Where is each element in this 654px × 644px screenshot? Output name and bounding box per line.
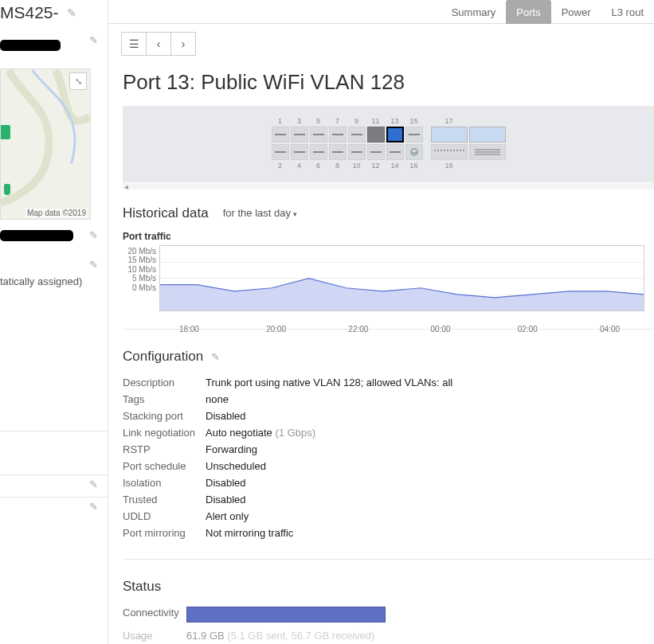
pencil-icon[interactable]: ✎ xyxy=(67,6,76,19)
x-tick: 00:00 xyxy=(431,325,451,334)
config-value: Auto negotiate (1 Gbps) xyxy=(206,427,315,439)
port-13[interactable] xyxy=(386,127,404,142)
pencil-icon[interactable]: ✎ xyxy=(89,478,98,490)
port-6[interactable] xyxy=(310,144,327,160)
status-key-connectivity: Connectivity xyxy=(123,607,186,625)
tab-power[interactable]: Power xyxy=(551,0,601,24)
port-11[interactable] xyxy=(367,127,385,142)
port-number: 4 xyxy=(291,162,308,170)
page-title: Port 13: Public WiFi VLAN 128 xyxy=(123,70,654,95)
port-uplink-a[interactable] xyxy=(469,127,506,142)
y-tick: 5 Mb/s xyxy=(132,274,156,283)
redacted-text xyxy=(0,230,73,241)
port-number: 12 xyxy=(367,162,385,170)
tab-bar: Summary Ports Power L3 rout xyxy=(108,0,654,24)
port-15[interactable] xyxy=(405,127,423,142)
port-number: 3 xyxy=(291,117,308,125)
port-3[interactable] xyxy=(291,127,308,142)
port-8[interactable] xyxy=(329,144,347,160)
time-range-dropdown[interactable]: for the last day xyxy=(223,207,297,219)
chevron-left-icon[interactable]: ◂ xyxy=(123,181,130,192)
status-usage-detail: (5.1 GB sent, 56.7 GB received) xyxy=(227,630,374,642)
config-key: Tags xyxy=(123,393,206,405)
port-2[interactable] xyxy=(272,144,289,160)
ip-assignment-text: tatically assigned) xyxy=(0,274,108,287)
pencil-icon[interactable]: ✎ xyxy=(89,34,98,46)
y-tick: 0 Mb/s xyxy=(132,283,156,292)
map-thumbnail[interactable]: ⤡ Map data ©2019 xyxy=(0,68,91,220)
horizontal-scrollbar[interactable]: ◂ xyxy=(123,181,654,189)
port-9[interactable] xyxy=(348,127,366,142)
config-key: UDLD xyxy=(123,510,206,522)
port-number: 14 xyxy=(386,162,404,170)
map-marker-icon xyxy=(4,184,10,195)
port-7[interactable] xyxy=(329,127,347,142)
config-value: Disabled xyxy=(206,477,246,489)
config-value: Alert only xyxy=(206,510,249,522)
port-traffic-chart: 20 Mb/s15 Mb/s10 Mb/s5 Mb/s0 Mb/s 18:002… xyxy=(123,245,644,311)
port-5[interactable] xyxy=(310,127,327,142)
port-12[interactable] xyxy=(367,144,385,160)
pencil-icon[interactable]: ✎ xyxy=(89,501,98,513)
config-key: RSTP xyxy=(123,443,206,455)
port-number: 2 xyxy=(272,162,289,170)
tab-ports[interactable]: Ports xyxy=(506,0,550,24)
pencil-icon[interactable]: ✎ xyxy=(211,351,220,363)
port-uplink-b[interactable] xyxy=(469,144,506,160)
config-value: Not mirroring traffic xyxy=(206,527,293,539)
config-key: Trusted xyxy=(123,494,206,505)
port-number: 13 xyxy=(386,117,404,125)
x-tick: 22:00 xyxy=(348,325,368,334)
config-key: Port mirroring xyxy=(123,527,206,539)
tab-summary[interactable]: Summary xyxy=(441,0,507,24)
port-1[interactable] xyxy=(272,127,289,142)
config-key: Link negotiation xyxy=(123,427,206,439)
port-16[interactable] xyxy=(405,144,423,160)
port-number: 7 xyxy=(329,117,347,125)
historical-label: Historical data xyxy=(123,205,209,221)
chevron-left-icon[interactable]: ‹ xyxy=(146,32,171,56)
pencil-icon[interactable]: ✎ xyxy=(89,229,98,241)
config-key: Port schedule xyxy=(123,460,206,472)
port-18[interactable] xyxy=(431,144,468,160)
y-tick: 10 Mb/s xyxy=(127,265,156,274)
status-key-usage: Usage xyxy=(123,630,186,642)
chevron-right-icon[interactable]: › xyxy=(170,32,196,56)
y-tick: 15 Mb/s xyxy=(127,256,156,264)
y-tick: 20 Mb/s xyxy=(127,247,156,256)
x-tick: 18:00 xyxy=(179,325,199,334)
port-number: 11 xyxy=(367,117,385,125)
expand-icon[interactable]: ⤡ xyxy=(69,72,87,90)
x-tick: 20:00 xyxy=(266,325,286,334)
port-number: 15 xyxy=(405,117,423,125)
port-number: 18 xyxy=(431,162,468,170)
port-number: 9 xyxy=(348,117,366,125)
port-nav-toolbar: ☰ ‹ › xyxy=(121,32,654,56)
config-value: Disabled xyxy=(206,494,246,505)
chart-title: Port traffic xyxy=(123,231,654,242)
x-tick: 02:00 xyxy=(518,325,538,334)
port-number: 17 xyxy=(431,117,468,125)
tab-l3-routing[interactable]: L3 rout xyxy=(601,0,654,24)
device-name: MS425- xyxy=(0,3,59,22)
port-number: 10 xyxy=(348,162,366,170)
list-icon[interactable]: ☰ xyxy=(121,32,147,56)
config-value: none xyxy=(206,393,229,405)
config-key: Description xyxy=(123,377,206,388)
port-14[interactable] xyxy=(386,144,404,160)
port-number: 1 xyxy=(272,117,289,125)
x-tick: 04:00 xyxy=(600,325,620,334)
config-key: Isolation xyxy=(123,477,206,489)
port-10[interactable] xyxy=(348,144,366,160)
port-number: 5 xyxy=(310,117,327,125)
port-number: 16 xyxy=(405,162,423,170)
status-usage-value: 61.9 GB xyxy=(186,630,225,642)
map-attribution: Map data ©2019 xyxy=(25,209,88,217)
section-title-status: Status xyxy=(123,579,161,595)
port-4[interactable] xyxy=(291,144,308,160)
switch-port-diagram: 13579111315 246810121416 17 18 xyxy=(123,106,654,181)
config-value: Forwarding xyxy=(206,443,257,455)
port-number: 6 xyxy=(310,162,327,170)
pencil-icon[interactable]: ✎ xyxy=(89,259,98,271)
port-17[interactable] xyxy=(431,127,468,142)
